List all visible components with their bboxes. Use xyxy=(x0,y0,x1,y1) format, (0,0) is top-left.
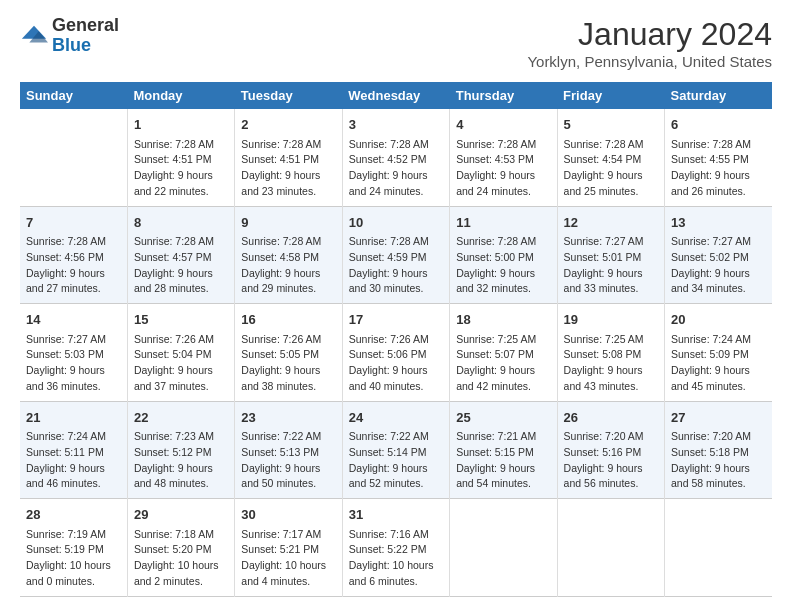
day-cell: 5Sunrise: 7:28 AMSunset: 4:54 PMDaylight… xyxy=(557,109,664,206)
day-info: Sunrise: 7:27 AMSunset: 5:01 PMDaylight:… xyxy=(564,234,658,297)
day-info: Sunrise: 7:21 AMSunset: 5:15 PMDaylight:… xyxy=(456,429,550,492)
day-cell: 4Sunrise: 7:28 AMSunset: 4:53 PMDaylight… xyxy=(450,109,557,206)
day-info: Sunrise: 7:20 AMSunset: 5:18 PMDaylight:… xyxy=(671,429,766,492)
day-cell: 29Sunrise: 7:18 AMSunset: 5:20 PMDayligh… xyxy=(127,499,234,597)
day-number: 4 xyxy=(456,115,550,135)
day-number: 24 xyxy=(349,408,443,428)
day-cell: 9Sunrise: 7:28 AMSunset: 4:58 PMDaylight… xyxy=(235,206,342,304)
day-info: Sunrise: 7:25 AMSunset: 5:08 PMDaylight:… xyxy=(564,332,658,395)
day-cell xyxy=(20,109,127,206)
column-header-tuesday: Tuesday xyxy=(235,82,342,109)
day-number: 28 xyxy=(26,505,121,525)
logo-blue-text: Blue xyxy=(52,36,119,56)
day-info: Sunrise: 7:28 AMSunset: 4:57 PMDaylight:… xyxy=(134,234,228,297)
day-info: Sunrise: 7:19 AMSunset: 5:19 PMDaylight:… xyxy=(26,527,121,590)
day-info: Sunrise: 7:22 AMSunset: 5:13 PMDaylight:… xyxy=(241,429,335,492)
day-info: Sunrise: 7:20 AMSunset: 5:16 PMDaylight:… xyxy=(564,429,658,492)
day-cell: 19Sunrise: 7:25 AMSunset: 5:08 PMDayligh… xyxy=(557,304,664,402)
column-header-sunday: Sunday xyxy=(20,82,127,109)
day-cell xyxy=(557,499,664,597)
day-number: 30 xyxy=(241,505,335,525)
location-title: Yorklyn, Pennsylvania, United States xyxy=(527,53,772,70)
week-row-4: 21Sunrise: 7:24 AMSunset: 5:11 PMDayligh… xyxy=(20,401,772,499)
day-number: 29 xyxy=(134,505,228,525)
day-number: 21 xyxy=(26,408,121,428)
day-cell: 15Sunrise: 7:26 AMSunset: 5:04 PMDayligh… xyxy=(127,304,234,402)
week-row-3: 14Sunrise: 7:27 AMSunset: 5:03 PMDayligh… xyxy=(20,304,772,402)
day-number: 5 xyxy=(564,115,658,135)
day-info: Sunrise: 7:25 AMSunset: 5:07 PMDaylight:… xyxy=(456,332,550,395)
column-header-saturday: Saturday xyxy=(665,82,772,109)
day-number: 18 xyxy=(456,310,550,330)
day-info: Sunrise: 7:28 AMSunset: 4:56 PMDaylight:… xyxy=(26,234,121,297)
day-number: 10 xyxy=(349,213,443,233)
page-header: General Blue January 2024 Yorklyn, Penns… xyxy=(20,16,772,70)
day-cell: 7Sunrise: 7:28 AMSunset: 4:56 PMDaylight… xyxy=(20,206,127,304)
day-number: 31 xyxy=(349,505,443,525)
day-cell: 20Sunrise: 7:24 AMSunset: 5:09 PMDayligh… xyxy=(665,304,772,402)
day-number: 14 xyxy=(26,310,121,330)
day-cell: 2Sunrise: 7:28 AMSunset: 4:51 PMDaylight… xyxy=(235,109,342,206)
day-cell: 25Sunrise: 7:21 AMSunset: 5:15 PMDayligh… xyxy=(450,401,557,499)
day-cell: 8Sunrise: 7:28 AMSunset: 4:57 PMDaylight… xyxy=(127,206,234,304)
day-number: 19 xyxy=(564,310,658,330)
week-row-2: 7Sunrise: 7:28 AMSunset: 4:56 PMDaylight… xyxy=(20,206,772,304)
day-cell xyxy=(450,499,557,597)
day-info: Sunrise: 7:26 AMSunset: 5:05 PMDaylight:… xyxy=(241,332,335,395)
logo: General Blue xyxy=(20,16,119,56)
day-cell xyxy=(665,499,772,597)
day-cell: 17Sunrise: 7:26 AMSunset: 5:06 PMDayligh… xyxy=(342,304,449,402)
day-cell: 10Sunrise: 7:28 AMSunset: 4:59 PMDayligh… xyxy=(342,206,449,304)
day-number: 7 xyxy=(26,213,121,233)
column-header-wednesday: Wednesday xyxy=(342,82,449,109)
logo-general-text: General xyxy=(52,16,119,36)
day-number: 6 xyxy=(671,115,766,135)
day-number: 16 xyxy=(241,310,335,330)
day-info: Sunrise: 7:28 AMSunset: 4:51 PMDaylight:… xyxy=(241,137,335,200)
day-info: Sunrise: 7:27 AMSunset: 5:03 PMDaylight:… xyxy=(26,332,121,395)
day-number: 3 xyxy=(349,115,443,135)
day-info: Sunrise: 7:26 AMSunset: 5:04 PMDaylight:… xyxy=(134,332,228,395)
day-info: Sunrise: 7:24 AMSunset: 5:09 PMDaylight:… xyxy=(671,332,766,395)
day-info: Sunrise: 7:27 AMSunset: 5:02 PMDaylight:… xyxy=(671,234,766,297)
day-info: Sunrise: 7:22 AMSunset: 5:14 PMDaylight:… xyxy=(349,429,443,492)
logo-icon xyxy=(20,22,48,50)
day-number: 9 xyxy=(241,213,335,233)
week-row-5: 28Sunrise: 7:19 AMSunset: 5:19 PMDayligh… xyxy=(20,499,772,597)
day-info: Sunrise: 7:28 AMSunset: 4:53 PMDaylight:… xyxy=(456,137,550,200)
column-header-friday: Friday xyxy=(557,82,664,109)
day-info: Sunrise: 7:16 AMSunset: 5:22 PMDaylight:… xyxy=(349,527,443,590)
day-cell: 26Sunrise: 7:20 AMSunset: 5:16 PMDayligh… xyxy=(557,401,664,499)
column-header-thursday: Thursday xyxy=(450,82,557,109)
day-info: Sunrise: 7:28 AMSunset: 4:51 PMDaylight:… xyxy=(134,137,228,200)
day-cell: 16Sunrise: 7:26 AMSunset: 5:05 PMDayligh… xyxy=(235,304,342,402)
day-cell: 28Sunrise: 7:19 AMSunset: 5:19 PMDayligh… xyxy=(20,499,127,597)
month-title: January 2024 xyxy=(527,16,772,53)
day-cell: 27Sunrise: 7:20 AMSunset: 5:18 PMDayligh… xyxy=(665,401,772,499)
day-info: Sunrise: 7:28 AMSunset: 4:59 PMDaylight:… xyxy=(349,234,443,297)
day-info: Sunrise: 7:28 AMSunset: 4:52 PMDaylight:… xyxy=(349,137,443,200)
day-number: 17 xyxy=(349,310,443,330)
day-cell: 23Sunrise: 7:22 AMSunset: 5:13 PMDayligh… xyxy=(235,401,342,499)
day-number: 27 xyxy=(671,408,766,428)
day-number: 11 xyxy=(456,213,550,233)
day-info: Sunrise: 7:24 AMSunset: 5:11 PMDaylight:… xyxy=(26,429,121,492)
day-number: 12 xyxy=(564,213,658,233)
day-cell: 11Sunrise: 7:28 AMSunset: 5:00 PMDayligh… xyxy=(450,206,557,304)
day-cell: 21Sunrise: 7:24 AMSunset: 5:11 PMDayligh… xyxy=(20,401,127,499)
day-number: 2 xyxy=(241,115,335,135)
day-number: 22 xyxy=(134,408,228,428)
day-cell: 6Sunrise: 7:28 AMSunset: 4:55 PMDaylight… xyxy=(665,109,772,206)
day-info: Sunrise: 7:28 AMSunset: 4:58 PMDaylight:… xyxy=(241,234,335,297)
day-cell: 3Sunrise: 7:28 AMSunset: 4:52 PMDaylight… xyxy=(342,109,449,206)
day-cell: 13Sunrise: 7:27 AMSunset: 5:02 PMDayligh… xyxy=(665,206,772,304)
day-number: 13 xyxy=(671,213,766,233)
day-info: Sunrise: 7:18 AMSunset: 5:20 PMDaylight:… xyxy=(134,527,228,590)
week-row-1: 1Sunrise: 7:28 AMSunset: 4:51 PMDaylight… xyxy=(20,109,772,206)
column-header-monday: Monday xyxy=(127,82,234,109)
day-cell: 24Sunrise: 7:22 AMSunset: 5:14 PMDayligh… xyxy=(342,401,449,499)
day-info: Sunrise: 7:17 AMSunset: 5:21 PMDaylight:… xyxy=(241,527,335,590)
day-info: Sunrise: 7:23 AMSunset: 5:12 PMDaylight:… xyxy=(134,429,228,492)
day-info: Sunrise: 7:28 AMSunset: 4:55 PMDaylight:… xyxy=(671,137,766,200)
day-cell: 14Sunrise: 7:27 AMSunset: 5:03 PMDayligh… xyxy=(20,304,127,402)
